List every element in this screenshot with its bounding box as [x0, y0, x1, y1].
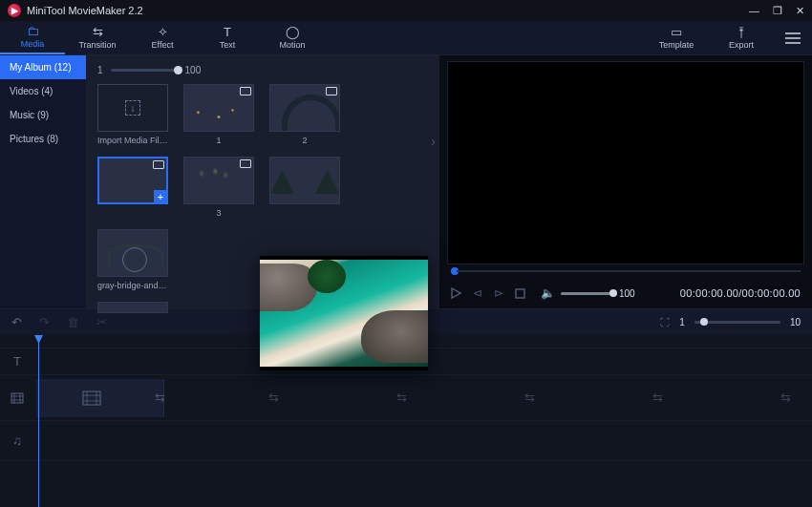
download-icon: ↓	[125, 100, 140, 116]
fit-button[interactable]: ⛶	[660, 317, 670, 327]
tab-effect[interactable]: ✧ Effect	[130, 21, 195, 54]
sidebar: My Album (12) Videos (4) Music (9) Pictu…	[0, 55, 86, 308]
undo-button[interactable]: ↶	[11, 315, 22, 329]
sidebar-item-pictures[interactable]: Pictures (8)	[0, 127, 86, 151]
transition-slot-icon[interactable]: ⇆	[524, 391, 535, 405]
svg-rect-1	[11, 393, 23, 403]
transition-slot-icon[interactable]: ⇆	[780, 391, 791, 405]
transition-slot-icon[interactable]: ⇆	[396, 391, 407, 405]
media-thumb[interactable]: 3	[183, 157, 254, 218]
sidebar-item-myalbum[interactable]: My Album (12)	[0, 55, 86, 79]
preview-panel: ⊲ ⊳ 🔈 100 00:00:00.00/00:00:00.00	[439, 55, 812, 308]
media-thumb[interactable]: 2	[269, 84, 340, 145]
play-button[interactable]	[451, 287, 461, 299]
media-thumb-selected[interactable]: +	[97, 157, 168, 218]
text-icon: T	[224, 26, 231, 38]
transition-slot-icon[interactable]: ⇆	[155, 391, 165, 405]
main-area: My Album (12) Videos (4) Music (9) Pictu…	[0, 55, 812, 308]
template-button[interactable]: ▭ Template	[644, 21, 709, 54]
tab-label: Motion	[279, 40, 305, 50]
tab-motion[interactable]: ◯ Motion	[260, 21, 325, 54]
title-bar: ▶ MiniTool MovieMaker 2.2 — ❐ ✕	[0, 0, 812, 21]
redo-button[interactable]: ↷	[39, 315, 50, 329]
play-icon	[451, 287, 461, 299]
zoom-max-label: 100	[185, 65, 202, 75]
tl-zoom-min: 1	[679, 317, 685, 327]
clip-film-icon	[82, 391, 101, 406]
stop-button[interactable]	[515, 288, 525, 299]
app-title: MiniTool MovieMaker 2.2	[27, 5, 143, 16]
seek-bar[interactable]	[447, 264, 804, 278]
tab-label: Export	[729, 40, 754, 50]
film-icon	[11, 392, 24, 404]
timeline-zoom-slider[interactable]	[694, 321, 780, 324]
svg-rect-2	[83, 391, 100, 405]
volume-value: 100	[619, 288, 635, 299]
tab-label: Template	[659, 40, 694, 50]
audio-track[interactable]	[34, 421, 812, 461]
timeline-clip[interactable]: ⇆	[36, 379, 164, 417]
tab-label: Effect	[152, 40, 174, 50]
media-thumb[interactable]	[269, 157, 340, 218]
motion-icon: ◯	[286, 26, 300, 38]
template-icon: ▭	[671, 26, 682, 38]
timeline-slot[interactable]: ⇆	[676, 379, 804, 417]
zoom-min-label: 1	[97, 65, 103, 75]
tab-text[interactable]: T Text	[195, 21, 260, 54]
track-label-text: T	[0, 349, 34, 375]
timeline-slot[interactable]: ⇆	[420, 379, 548, 417]
minimize-button[interactable]: —	[749, 5, 759, 17]
tab-label: Text	[220, 40, 236, 50]
stop-icon	[515, 288, 525, 299]
export-button[interactable]: ⭱ Export	[709, 21, 774, 54]
aspect-icon	[240, 159, 251, 168]
collapse-preview-button[interactable]: ›	[431, 134, 436, 149]
thumbnail-zoom-slider[interactable]	[111, 69, 178, 72]
add-to-timeline-icon[interactable]: +	[154, 190, 167, 203]
effect-icon: ✧	[158, 26, 168, 38]
media-library: 1 100 ↓ Import Media Files 1 2	[86, 55, 439, 308]
media-thumb[interactable]: 1	[183, 84, 254, 145]
main-toolbar: 🗀 Media ⇆ Transition ✧ Effect T Text ◯ M…	[0, 21, 812, 55]
split-button[interactable]: ✂	[96, 315, 107, 329]
transition-slot-icon[interactable]: ⇆	[652, 391, 663, 405]
timecode: 00:00:00.00/00:00:00.00	[680, 287, 801, 299]
timeline-slot[interactable]: ⇆	[164, 379, 292, 417]
transition-slot-icon[interactable]: ⇆	[268, 391, 279, 405]
close-button[interactable]: ✕	[796, 5, 804, 17]
hamburger-icon	[785, 32, 801, 44]
aspect-icon	[326, 87, 337, 95]
tab-media[interactable]: 🗀 Media	[0, 21, 65, 54]
import-media-button[interactable]: ↓ Import Media Files	[97, 84, 168, 145]
drag-preview	[260, 256, 428, 370]
next-frame-button[interactable]: ⊳	[494, 286, 503, 300]
tab-transition[interactable]: ⇆ Transition	[65, 21, 130, 54]
video-preview[interactable]	[447, 61, 804, 264]
import-label: Import Media Files	[97, 136, 168, 145]
tab-label: Transition	[78, 40, 116, 50]
media-thumb[interactable]	[97, 302, 168, 313]
menu-button[interactable]	[774, 21, 812, 54]
sidebar-item-videos[interactable]: Videos (4)	[0, 79, 86, 103]
svg-rect-0	[516, 289, 524, 298]
track-label-video	[0, 375, 34, 421]
volume-slider[interactable]	[561, 292, 613, 295]
tab-label: Media	[21, 39, 45, 49]
sidebar-item-music[interactable]: Music (9)	[0, 103, 86, 127]
tl-zoom-max: 10	[790, 317, 801, 327]
transition-icon: ⇆	[93, 26, 103, 38]
aspect-icon	[240, 87, 251, 95]
folder-icon: 🗀	[27, 25, 39, 37]
delete-button[interactable]: 🗑	[67, 315, 79, 329]
media-thumb[interactable]: gray-bridge-and-trees...	[97, 229, 168, 290]
timeline-playhead[interactable]	[38, 335, 39, 507]
app-logo-icon: ▶	[8, 4, 21, 17]
track-label-audio: ♫	[0, 421, 34, 461]
aspect-icon	[153, 160, 164, 169]
timeline-slot[interactable]: ⇆	[292, 379, 420, 417]
volume-icon[interactable]: 🔈	[541, 286, 555, 300]
prev-frame-button[interactable]: ⊲	[473, 286, 482, 300]
maximize-button[interactable]: ❐	[773, 5, 782, 17]
timeline-slot[interactable]: ⇆	[548, 379, 676, 417]
video-track[interactable]: ⇆ ⇆ ⇆ ⇆ ⇆ ⇆	[34, 375, 812, 421]
